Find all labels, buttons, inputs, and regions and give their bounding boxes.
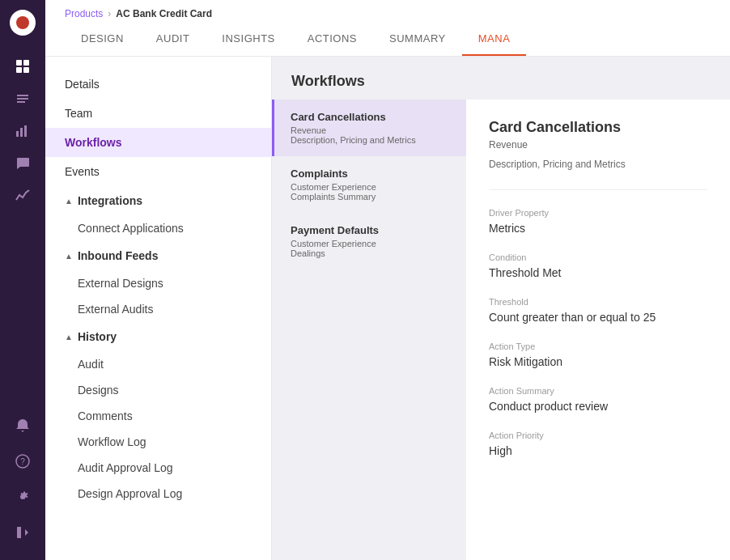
nav-item-team[interactable]: Team <box>45 99 271 128</box>
condition-label: Condition <box>489 252 707 262</box>
action-type-label: Action Type <box>489 342 707 351</box>
workflow-sub1-payment-defaults: Customer Experience <box>291 239 450 248</box>
tab-insights[interactable]: INSIGHTS <box>206 23 291 56</box>
nav-item-details[interactable]: Details <box>45 70 271 99</box>
top-header: Products › AC Bank Credit Card DESIGN AU… <box>45 0 730 57</box>
nav-sub-comments[interactable]: Comments <box>45 403 271 429</box>
detail-divider <box>489 189 707 190</box>
action-type-value: Risk Mitigation <box>489 355 707 368</box>
driver-property-label: Driver Property <box>489 208 707 218</box>
detail-sub1: Revenue <box>489 139 707 151</box>
breadcrumb-parent[interactable]: Products <box>65 8 103 19</box>
svg-rect-0 <box>16 60 22 66</box>
nav-sub-connect-applications[interactable]: Connect Applications <box>45 215 271 241</box>
svg-text:?: ? <box>20 457 25 466</box>
tab-design[interactable]: DESIGN <box>65 23 140 56</box>
nav-sub-designs[interactable]: Designs <box>45 377 271 403</box>
section-driver-property: Driver Property Metrics <box>489 208 707 235</box>
tab-manage[interactable]: MANA <box>462 23 527 56</box>
section-action-summary: Action Summary Conduct product review <box>489 386 707 413</box>
workflows-split: Card Cancellations Revenue Description, … <box>272 100 730 560</box>
action-summary-value: Conduct product review <box>489 400 707 413</box>
workflow-list: Card Cancellations Revenue Description, … <box>272 100 466 560</box>
nav-sub-external-designs[interactable]: External Designs <box>45 270 271 296</box>
section-action-type: Action Type Risk Mitigation <box>489 342 707 368</box>
app-logo <box>10 10 36 36</box>
nav-sub-design-approval-log[interactable]: Design Approval Log <box>45 481 271 507</box>
condition-value: Threshold Met <box>489 266 707 279</box>
right-content: Workflows Card Cancellations Revenue Des… <box>272 57 730 560</box>
sidebar-icon-analytics[interactable] <box>8 117 37 146</box>
workflows-panel: Workflows Card Cancellations Revenue Des… <box>272 57 730 560</box>
integrations-chevron-icon: ▲ <box>65 197 73 206</box>
action-priority-label: Action Priority <box>489 431 707 440</box>
workflows-title: Workflows <box>272 57 730 100</box>
nav-sub-audit[interactable]: Audit <box>45 351 271 377</box>
nav-section-history[interactable]: ▲ History <box>45 322 271 351</box>
workflow-sub1-complaints: Customer Experience <box>291 182 450 192</box>
workflow-sub2-complaints: Complaints Summary <box>291 192 450 202</box>
content-area: Details Team Workflows Events ▲ Integrat… <box>45 57 730 560</box>
action-summary-label: Action Summary <box>489 386 707 396</box>
workflow-item-payment-defaults[interactable]: Payment Defaults Customer Experience Dea… <box>272 213 466 269</box>
section-condition: Condition Threshold Met <box>489 252 707 279</box>
action-priority-value: High <box>489 444 707 457</box>
breadcrumb: Products › AC Bank Credit Card <box>65 0 711 23</box>
sidebar-icon-notifications[interactable] <box>8 411 37 440</box>
detail-title: Card Cancellations <box>489 119 707 136</box>
driver-property-value: Metrics <box>489 222 707 235</box>
workflow-sub1-card-cancellations: Revenue <box>291 125 450 135</box>
history-chevron-icon: ▲ <box>65 333 73 342</box>
sidebar-icon-dashboard[interactable] <box>8 52 37 81</box>
sidebar-icon-help[interactable]: ? <box>8 447 37 476</box>
svg-rect-3 <box>23 67 29 73</box>
sidebar-icon-settings[interactable] <box>8 482 37 511</box>
nav-sub-external-audits[interactable]: External Audits <box>45 296 271 322</box>
app-logo-inner <box>16 16 29 29</box>
svg-rect-6 <box>24 125 27 137</box>
nav-item-workflows[interactable]: Workflows <box>45 128 271 157</box>
tab-audit[interactable]: AUDIT <box>140 23 206 56</box>
breadcrumb-current: AC Bank Credit Card <box>116 8 212 19</box>
sidebar-bottom: ? <box>8 411 37 550</box>
tab-actions[interactable]: ACTIONS <box>291 23 373 56</box>
threshold-label: Threshold <box>489 297 707 307</box>
sidebar-icon-chat[interactable] <box>8 149 37 178</box>
sidebar-icon-products[interactable] <box>8 84 37 113</box>
section-threshold: Threshold Count greater than or equal to… <box>489 297 707 324</box>
workflow-item-complaints[interactable]: Complaints Customer Experience Complaint… <box>272 156 466 213</box>
breadcrumb-chevron: › <box>108 8 111 19</box>
workflow-sub2-payment-defaults: Dealings <box>291 248 450 258</box>
nav-section-integrations[interactable]: ▲ Integrations <box>45 186 271 215</box>
nav-item-events[interactable]: Events <box>45 157 271 186</box>
threshold-value: Count greater than or equal to 25 <box>489 311 707 324</box>
workflow-title-card-cancellations: Card Cancellations <box>291 111 450 123</box>
workflow-title-complaints: Complaints <box>291 168 450 180</box>
nav-sub-workflow-log[interactable]: Workflow Log <box>45 429 271 455</box>
nav-sub-audit-approval-log[interactable]: Audit Approval Log <box>45 455 271 481</box>
sidebar-icon-graph[interactable] <box>8 181 37 210</box>
nav-section-inbound-feeds[interactable]: ▲ Inbound Feeds <box>45 241 271 270</box>
icon-sidebar: ? <box>0 0 45 560</box>
workflow-detail: Card Cancellations Revenue Description, … <box>466 100 730 560</box>
svg-rect-4 <box>16 131 19 137</box>
detail-sub2: Description, Pricing and Metrics <box>489 159 707 170</box>
svg-rect-5 <box>20 128 23 137</box>
tab-summary[interactable]: SUMMARY <box>373 23 462 56</box>
workflow-sub2-card-cancellations: Description, Pricing and Metrics <box>291 135 450 145</box>
section-action-priority: Action Priority High <box>489 431 707 457</box>
main-area: Products › AC Bank Credit Card DESIGN AU… <box>45 0 730 560</box>
nav-tabs: DESIGN AUDIT INSIGHTS ACTIONS SUMMARY MA… <box>65 23 711 56</box>
inbound-feeds-chevron-icon: ▲ <box>65 252 73 261</box>
workflow-title-payment-defaults: Payment Defaults <box>291 224 450 236</box>
left-nav: Details Team Workflows Events ▲ Integrat… <box>45 57 272 560</box>
sidebar-icon-logout[interactable] <box>8 518 37 547</box>
svg-rect-1 <box>23 60 29 66</box>
workflow-item-card-cancellations[interactable]: Card Cancellations Revenue Description, … <box>272 100 466 156</box>
svg-rect-2 <box>16 67 22 73</box>
